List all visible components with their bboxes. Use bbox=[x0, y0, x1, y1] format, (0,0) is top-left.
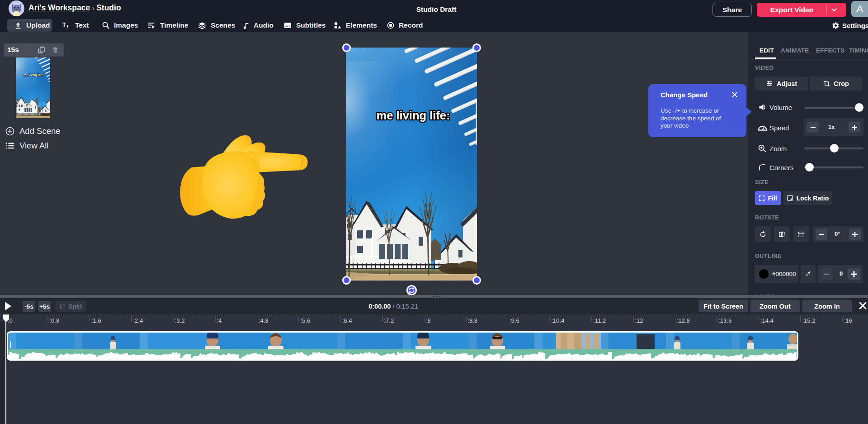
svg-text:T: T bbox=[66, 24, 69, 29]
svg-text:me living life:: me living life: bbox=[377, 109, 450, 122]
svg-text:me living life:: me living life: bbox=[24, 73, 43, 77]
svg-text:T: T bbox=[62, 21, 66, 28]
